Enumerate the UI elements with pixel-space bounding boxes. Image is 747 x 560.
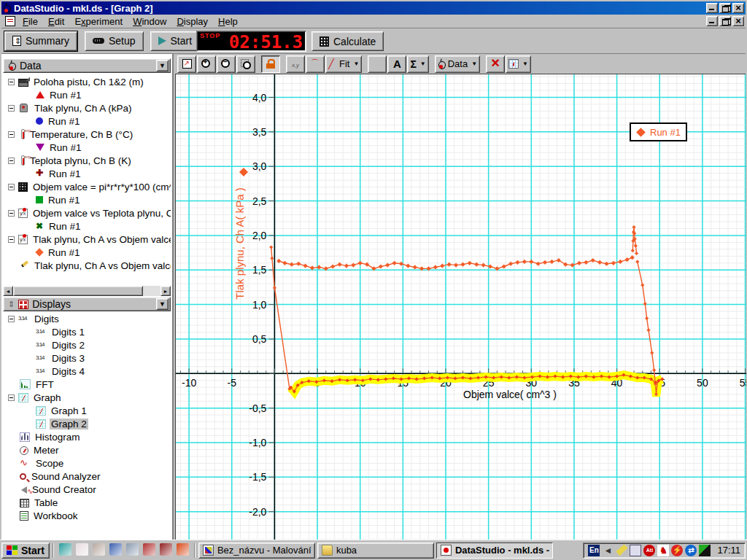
data-source-6[interactable]: Tlak plynu, Ch A vs Objem valce [3, 233, 171, 246]
expand-collapse-icon[interactable] [8, 316, 15, 322]
display-sound-creator[interactable]: Sound Creator [3, 483, 171, 496]
display-histogram[interactable]: Histogram [3, 430, 171, 443]
display-digits-3[interactable]: Digits 3 [3, 351, 171, 365]
display-workbook[interactable]: Workbook [3, 509, 171, 522]
expand-collapse-icon[interactable] [8, 158, 15, 164]
menu-window[interactable]: Window [128, 15, 171, 28]
summary-button[interactable]: Summary [4, 31, 77, 51]
quicklaunch-pen-icon[interactable] [109, 543, 122, 556]
scheduler-icon[interactable] [616, 545, 627, 556]
slope-tool-button[interactable] [306, 55, 325, 73]
menu-edit[interactable]: Edit [43, 15, 69, 28]
quicklaunch-calculator-icon[interactable] [126, 543, 139, 556]
menu-help[interactable]: Help [213, 15, 243, 28]
delete-button[interactable] [486, 55, 505, 73]
data-source-5-run[interactable]: Run #1 [3, 219, 171, 233]
quicklaunch-app3-icon[interactable] [93, 543, 105, 556]
displays-panel-dropdown-icon[interactable]: ▼ [156, 298, 169, 310]
dropdown-arrow-icon[interactable]: ▼ [471, 61, 477, 67]
scroll-left-icon[interactable]: ◄ [3, 286, 13, 296]
expand-collapse-icon[interactable] [8, 210, 15, 217]
expand-collapse-icon[interactable] [8, 131, 15, 138]
mdi-minimize-button-icon[interactable] [706, 16, 718, 26]
data-source-0-run[interactable]: Run #1 [3, 88, 171, 101]
data-source-7[interactable]: Tlak plynu, Ch A vs Objem valce [3, 259, 171, 272]
data-source-4-run[interactable]: Run #1 [3, 193, 171, 206]
data-menu-button[interactable]: Data▼ [435, 55, 480, 73]
quicklaunch-app8-icon[interactable] [177, 543, 189, 556]
setup-button[interactable]: Setup [85, 31, 144, 51]
data-source-5[interactable]: Objem valce vs Teplota plynu, Ch [3, 206, 171, 219]
power-icon[interactable]: ⚡ [671, 545, 683, 556]
task-button-0[interactable]: Bez_názvu - Malování [198, 542, 315, 559]
smart-tool-button[interactable] [261, 55, 280, 73]
display-fft[interactable]: FFT [3, 378, 171, 391]
panel-splitter-icon[interactable]: ⇕ [8, 300, 15, 309]
xy-tool-button[interactable] [286, 55, 305, 73]
graphics-pen-icon[interactable] [699, 545, 711, 556]
data-source-0[interactable]: Poloha pistu, Ch 1&2 (m) [3, 75, 171, 88]
calculate-button[interactable]: Calculate [311, 31, 384, 51]
expand-collapse-icon[interactable] [8, 105, 15, 112]
start-button[interactable]: Start [150, 31, 201, 51]
graph-canvas[interactable]: -10-55101520253035404550554,03,53,02,52,… [176, 74, 746, 540]
mdi-document-icon[interactable] [5, 16, 15, 26]
sync-icon[interactable]: ⇄ [685, 545, 697, 556]
calculator-button[interactable] [368, 55, 387, 73]
volume-icon[interactable]: ◄ [602, 545, 614, 556]
display-table[interactable]: Table [3, 496, 171, 509]
mdi-close-button-icon[interactable] [732, 16, 744, 26]
expand-collapse-icon[interactable] [8, 79, 15, 85]
menu-experiment[interactable]: Experiment [69, 15, 128, 28]
quicklaunch-opera-icon[interactable] [160, 543, 172, 556]
display-graph-1[interactable]: Graph 1 [3, 404, 171, 417]
graph-settings-button[interactable]: ▼ [506, 55, 531, 73]
language-indicator[interactable]: En [588, 545, 600, 556]
display-graph[interactable]: Graph [3, 391, 171, 404]
display-digits[interactable]: Digits [3, 312, 171, 325]
close-button-icon[interactable] [732, 3, 744, 13]
scale-to-fit-button[interactable] [177, 55, 196, 73]
dropdown-arrow-icon[interactable]: ▼ [353, 61, 359, 67]
mdi-restore-button-icon[interactable] [719, 16, 731, 26]
data-source-6-run[interactable]: Run #1 [3, 246, 171, 259]
minimize-button-icon[interactable] [706, 3, 718, 13]
menu-file[interactable]: File [18, 15, 43, 28]
dropdown-arrow-icon[interactable]: ▼ [522, 61, 528, 67]
legend[interactable]: Run #1 [630, 122, 687, 141]
red-figure-icon[interactable]: ♞ [657, 545, 669, 556]
ati-icon[interactable]: Ati [643, 545, 655, 556]
display-scope[interactable]: Scope [3, 456, 171, 470]
display-digits-1[interactable]: Digits 1 [3, 325, 171, 338]
scroll-right-icon[interactable]: ► [160, 286, 171, 296]
data-source-1[interactable]: Tlak plynu, Ch A (kPa) [3, 101, 171, 114]
data-tree-hscrollbar[interactable]: ◄ ► [3, 286, 171, 296]
display-graph-2[interactable]: Graph 2 [3, 417, 171, 430]
fit-menu-button[interactable]: Fit▼ [325, 55, 362, 73]
quicklaunch-desktop-icon[interactable] [59, 543, 71, 556]
quicklaunch-acrobat-icon[interactable] [76, 543, 88, 556]
start-menu-button[interactable]: Start [1, 542, 50, 559]
expand-collapse-icon[interactable] [8, 184, 15, 190]
data-source-3[interactable]: Teplota plynu, Ch B (K) [3, 154, 171, 167]
expand-collapse-icon[interactable] [8, 394, 15, 401]
zoom-select-button[interactable] [236, 55, 255, 73]
menu-display[interactable]: Display [171, 15, 213, 28]
task-button-1[interactable]: kuba [317, 542, 434, 559]
data-source-1-run[interactable]: Run #1 [3, 114, 171, 128]
display-digits-2[interactable]: Digits 2 [3, 338, 171, 351]
plot-area[interactable]: -10-55101520253035404550554,03,53,02,52,… [175, 74, 746, 540]
display-digits-4[interactable]: Digits 4 [3, 365, 171, 378]
display-sound-analyzer[interactable]: Sound Analyzer [3, 470, 171, 483]
text-tool-button[interactable] [387, 55, 406, 73]
zoom-out-button[interactable] [217, 55, 236, 73]
disk-clock-icon[interactable] [630, 545, 641, 556]
displays-panel-header[interactable]: ⇕ Displays ▼ [3, 297, 171, 311]
data-panel-dropdown-icon[interactable]: ▼ [156, 60, 169, 71]
data-source-2[interactable]: Temperature, Ch B (°C) [3, 128, 171, 141]
data-panel-header[interactable]: Data ▼ [3, 58, 171, 73]
data-source-2-run[interactable]: Run #1 [3, 141, 171, 154]
scrollbar-thumb[interactable] [13, 286, 143, 296]
dropdown-arrow-icon[interactable]: ▼ [420, 61, 426, 67]
expand-collapse-icon[interactable] [8, 236, 15, 243]
